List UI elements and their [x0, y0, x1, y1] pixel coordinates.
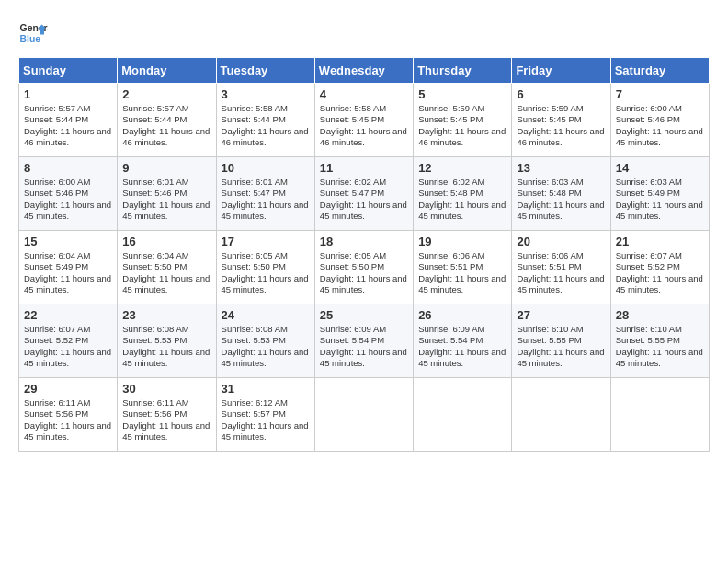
day-number: 21 [616, 235, 704, 248]
cell-content: Sunrise: 5:57 AMSunset: 5:44 PMDaylight:… [122, 103, 210, 148]
cell-content: Sunrise: 5:59 AMSunset: 5:45 PMDaylight:… [418, 103, 506, 148]
cell-content: Sunrise: 6:02 AMSunset: 5:48 PMDaylight:… [418, 177, 506, 222]
calendar-cell: 2Sunrise: 5:57 AMSunset: 5:44 PMDaylight… [118, 84, 216, 157]
cell-content: Sunrise: 6:01 AMSunset: 5:47 PMDaylight:… [222, 177, 310, 222]
day-number: 30 [122, 382, 210, 396]
cell-content: Sunrise: 6:08 AMSunset: 5:53 PMDaylight:… [122, 324, 210, 369]
calendar-cell: 14Sunrise: 6:03 AMSunset: 5:49 PMDayligh… [610, 157, 709, 231]
calendar-cell: 15Sunrise: 6:04 AMSunset: 5:49 PMDayligh… [19, 231, 118, 304]
cell-content: Sunrise: 6:03 AMSunset: 5:48 PMDaylight:… [517, 177, 605, 222]
calendar-cell: 30Sunrise: 6:11 AMSunset: 5:56 PMDayligh… [118, 378, 216, 452]
calendar-cell [414, 378, 512, 452]
calendar-cell: 28Sunrise: 6:10 AMSunset: 5:55 PMDayligh… [610, 304, 709, 378]
day-number: 3 [222, 87, 310, 101]
calendar-cell: 5Sunrise: 5:59 AMSunset: 5:45 PMDaylight… [414, 84, 512, 157]
calendar-cell: 18Sunrise: 6:05 AMSunset: 5:50 PMDayligh… [314, 231, 413, 304]
calendar-cell [512, 378, 610, 452]
cell-content: Sunrise: 5:58 AMSunset: 5:44 PMDaylight:… [222, 103, 310, 148]
calendar-cell: 3Sunrise: 5:58 AMSunset: 5:44 PMDaylight… [216, 84, 314, 157]
day-number: 9 [122, 161, 210, 175]
day-number: 15 [24, 235, 112, 248]
day-number: 29 [24, 382, 112, 396]
calendar-cell: 8Sunrise: 6:00 AMSunset: 5:46 PMDaylight… [19, 157, 118, 231]
cell-content: Sunrise: 6:09 AMSunset: 5:54 PMDaylight:… [418, 324, 506, 369]
day-header-saturday: Saturday [610, 58, 709, 84]
calendar-week-row: 29Sunrise: 6:11 AMSunset: 5:56 PMDayligh… [19, 378, 710, 452]
calendar-cell: 27Sunrise: 6:10 AMSunset: 5:55 PMDayligh… [512, 304, 610, 378]
cell-content: Sunrise: 6:07 AMSunset: 5:52 PMDaylight:… [24, 324, 112, 369]
cell-content: Sunrise: 6:12 AMSunset: 5:57 PMDaylight:… [222, 397, 310, 442]
calendar-week-row: 8Sunrise: 6:00 AMSunset: 5:46 PMDaylight… [19, 157, 710, 231]
header: General Blue [18, 18, 710, 48]
cell-content: Sunrise: 6:10 AMSunset: 5:55 PMDaylight:… [616, 324, 704, 369]
calendar-week-row: 15Sunrise: 6:04 AMSunset: 5:49 PMDayligh… [19, 231, 710, 304]
cell-content: Sunrise: 6:07 AMSunset: 5:52 PMDaylight:… [616, 250, 704, 295]
calendar-table: SundayMondayTuesdayWednesdayThursdayFrid… [18, 57, 710, 452]
calendar-week-row: 22Sunrise: 6:07 AMSunset: 5:52 PMDayligh… [19, 304, 710, 378]
cell-content: Sunrise: 6:04 AMSunset: 5:50 PMDaylight:… [122, 250, 210, 295]
cell-content: Sunrise: 6:06 AMSunset: 5:51 PMDaylight:… [517, 250, 605, 295]
calendar-cell: 23Sunrise: 6:08 AMSunset: 5:53 PMDayligh… [118, 304, 216, 378]
calendar-cell: 12Sunrise: 6:02 AMSunset: 5:48 PMDayligh… [414, 157, 512, 231]
calendar-cell: 13Sunrise: 6:03 AMSunset: 5:48 PMDayligh… [512, 157, 610, 231]
cell-content: Sunrise: 6:00 AMSunset: 5:46 PMDaylight:… [616, 103, 704, 148]
day-number: 24 [222, 308, 310, 322]
cell-content: Sunrise: 6:08 AMSunset: 5:53 PMDaylight:… [222, 324, 310, 369]
calendar-body: 1Sunrise: 5:57 AMSunset: 5:44 PMDaylight… [19, 84, 710, 452]
day-number: 8 [24, 161, 112, 175]
cell-content: Sunrise: 6:00 AMSunset: 5:46 PMDaylight:… [24, 177, 112, 222]
cell-content: Sunrise: 6:06 AMSunset: 5:51 PMDaylight:… [418, 250, 506, 295]
day-number: 25 [320, 308, 408, 322]
calendar-cell: 10Sunrise: 6:01 AMSunset: 5:47 PMDayligh… [216, 157, 314, 231]
day-header-sunday: Sunday [19, 58, 118, 84]
svg-text:Blue: Blue [20, 34, 41, 44]
day-number: 5 [418, 87, 506, 101]
day-number: 6 [517, 87, 605, 101]
day-number: 23 [122, 308, 210, 322]
calendar-cell: 20Sunrise: 6:06 AMSunset: 5:51 PMDayligh… [512, 231, 610, 304]
logo: General Blue [18, 18, 48, 48]
calendar-cell: 16Sunrise: 6:04 AMSunset: 5:50 PMDayligh… [118, 231, 216, 304]
cell-content: Sunrise: 5:57 AMSunset: 5:44 PMDaylight:… [24, 103, 112, 148]
day-number: 19 [418, 235, 506, 248]
calendar-cell [610, 378, 709, 452]
calendar-cell: 11Sunrise: 6:02 AMSunset: 5:47 PMDayligh… [314, 157, 413, 231]
day-number: 14 [616, 161, 704, 175]
calendar-cell: 26Sunrise: 6:09 AMSunset: 5:54 PMDayligh… [414, 304, 512, 378]
calendar-cell: 29Sunrise: 6:11 AMSunset: 5:56 PMDayligh… [19, 378, 118, 452]
day-number: 2 [122, 87, 210, 101]
calendar-cell: 25Sunrise: 6:09 AMSunset: 5:54 PMDayligh… [314, 304, 413, 378]
calendar-cell: 9Sunrise: 6:01 AMSunset: 5:46 PMDaylight… [118, 157, 216, 231]
calendar-week-row: 1Sunrise: 5:57 AMSunset: 5:44 PMDaylight… [19, 84, 710, 157]
calendar-cell: 19Sunrise: 6:06 AMSunset: 5:51 PMDayligh… [414, 231, 512, 304]
day-number: 31 [222, 382, 310, 396]
cell-content: Sunrise: 6:10 AMSunset: 5:55 PMDaylight:… [517, 324, 605, 369]
cell-content: Sunrise: 6:04 AMSunset: 5:49 PMDaylight:… [24, 250, 112, 295]
day-number: 17 [222, 235, 310, 248]
logo-icon: General Blue [18, 18, 48, 48]
calendar-cell: 17Sunrise: 6:05 AMSunset: 5:50 PMDayligh… [216, 231, 314, 304]
cell-content: Sunrise: 5:59 AMSunset: 5:45 PMDaylight:… [517, 103, 605, 148]
day-number: 18 [320, 235, 408, 248]
calendar-cell: 31Sunrise: 6:12 AMSunset: 5:57 PMDayligh… [216, 378, 314, 452]
calendar-cell [314, 378, 413, 452]
calendar-cell: 22Sunrise: 6:07 AMSunset: 5:52 PMDayligh… [19, 304, 118, 378]
day-number: 26 [418, 308, 506, 322]
calendar-cell: 4Sunrise: 5:58 AMSunset: 5:45 PMDaylight… [314, 84, 413, 157]
day-number: 20 [517, 235, 605, 248]
days-header-row: SundayMondayTuesdayWednesdayThursdayFrid… [19, 58, 710, 84]
day-number: 16 [122, 235, 210, 248]
day-number: 7 [616, 87, 704, 101]
day-number: 28 [616, 308, 704, 322]
calendar-cell: 7Sunrise: 6:00 AMSunset: 5:46 PMDaylight… [610, 84, 709, 157]
day-header-wednesday: Wednesday [314, 58, 413, 84]
day-number: 1 [24, 87, 112, 101]
day-number: 11 [320, 161, 408, 175]
calendar-cell: 24Sunrise: 6:08 AMSunset: 5:53 PMDayligh… [216, 304, 314, 378]
day-number: 4 [320, 87, 408, 101]
day-number: 10 [222, 161, 310, 175]
cell-content: Sunrise: 6:09 AMSunset: 5:54 PMDaylight:… [320, 324, 408, 369]
day-header-thursday: Thursday [414, 58, 512, 84]
day-header-friday: Friday [512, 58, 610, 84]
cell-content: Sunrise: 6:01 AMSunset: 5:46 PMDaylight:… [122, 177, 210, 222]
